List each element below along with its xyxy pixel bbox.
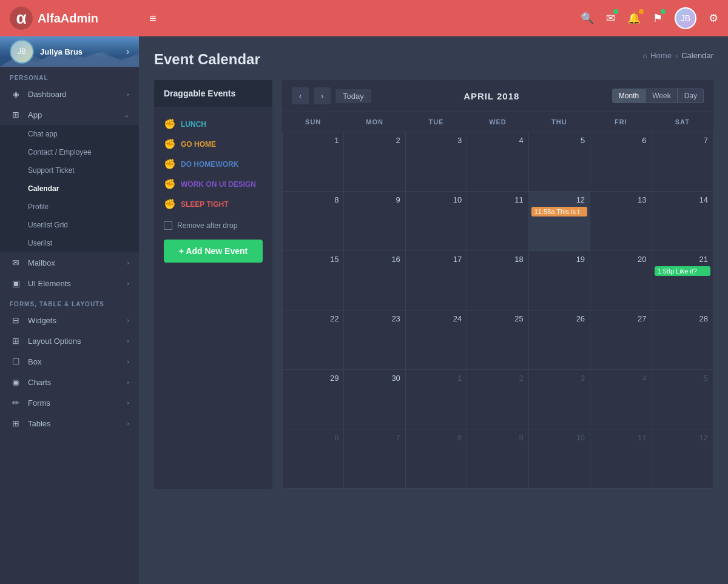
calendar-day[interactable]: 27: [590, 310, 652, 370]
day-number: 11: [470, 194, 525, 206]
calendar-day[interactable]: 26: [528, 310, 590, 370]
day-number: 10: [408, 194, 464, 206]
drag-event-go-home[interactable]: ✊ GO HOME: [159, 134, 268, 154]
calendar-day[interactable]: 10: [528, 429, 590, 489]
sidebar-item-charts[interactable]: ◉ Charts ›: [0, 372, 139, 392]
day-number: 5: [531, 135, 587, 146]
drag-event-do-homework[interactable]: ✊ DO HOMEWORK: [159, 154, 268, 174]
drag-event-work-ui[interactable]: ✊ WORK ON UI DESIGN: [159, 174, 268, 194]
sidebar-item-chat-app[interactable]: Chat app: [0, 125, 139, 143]
sidebar-item-mailbox[interactable]: ✉ Mailbox ›: [0, 252, 139, 273]
day-view-button[interactable]: Day: [678, 89, 704, 103]
settings-icon[interactable]: ⚙: [709, 12, 718, 25]
day-number: 25: [470, 313, 525, 324]
calendar-next-button[interactable]: ›: [314, 87, 331, 104]
day-number: 19: [531, 253, 587, 265]
calendar-prev-button[interactable]: ‹: [292, 87, 309, 104]
calendar-day[interactable]: 24: [405, 310, 467, 370]
calendar-day[interactable]: 5: [652, 370, 713, 429]
calendar-today-button[interactable]: Today: [335, 89, 371, 103]
sidebar-item-label: Mailbox: [28, 258, 55, 267]
user-panel-arrow: ›: [126, 46, 129, 57]
breadcrumb-home[interactable]: Home: [650, 51, 672, 60]
calendar-day[interactable]: 7: [652, 132, 713, 192]
drag-event-sleep-tight[interactable]: ✊ SLEEP TIGHT: [159, 194, 268, 214]
calendar-day[interactable]: 1: [283, 132, 344, 192]
sidebar-item-contact-employee[interactable]: Contact / Employee: [0, 143, 139, 161]
calendar-view-buttons: Month Week Day: [612, 89, 704, 103]
calendar-day[interactable]: 28: [652, 310, 713, 370]
calendar-day[interactable]: 17: [405, 251, 467, 310]
calendar-day[interactable]: 20: [590, 251, 652, 310]
calendar-day[interactable]: 21 1:58p Like it?: [652, 251, 713, 310]
calendar-day[interactable]: 2: [344, 132, 405, 192]
week-view-button[interactable]: Week: [645, 89, 677, 103]
sidebar-item-calendar[interactable]: Calendar: [0, 180, 139, 198]
mail-icon[interactable]: ✉: [606, 12, 615, 25]
sidebar-item-ui-elements[interactable]: ▣ UI Elements ›: [0, 273, 139, 294]
calendar-day[interactable]: 6: [590, 132, 652, 192]
calendar-day[interactable]: 6: [283, 429, 344, 489]
menu-toggle-button[interactable]: ≡: [149, 12, 581, 25]
sidebar-item-layout-options[interactable]: ⊞ Layout Options ›: [0, 331, 139, 351]
day-number: 1: [285, 135, 341, 146]
calendar-day[interactable]: 8: [283, 192, 344, 251]
calendar-day[interactable]: 22: [283, 310, 344, 370]
month-view-button[interactable]: Month: [612, 89, 645, 103]
calendar-day[interactable]: 18: [467, 251, 528, 310]
calendar-day[interactable]: 2: [467, 370, 528, 429]
calendar-day[interactable]: 11: [467, 192, 528, 251]
sidebar-item-widgets[interactable]: ⊟ Widgets ›: [0, 310, 139, 331]
sidebar-item-userlist[interactable]: Userlist: [0, 234, 139, 252]
calendar-day[interactable]: 23: [344, 310, 405, 370]
calendar-event-badge[interactable]: 11:58a This is t: [531, 207, 587, 216]
flag-icon[interactable]: ⚑: [653, 12, 662, 25]
remove-after-drop-option[interactable]: Remove after drop: [159, 216, 268, 235]
calendar-day[interactable]: 16: [344, 251, 405, 310]
calendar-day[interactable]: 7: [344, 429, 405, 489]
calendar-day[interactable]: 29: [283, 370, 344, 429]
user-panel[interactable]: JB Juliya Brus ›: [0, 36, 139, 67]
calendar-day-today[interactable]: 12 11:58a This is t: [528, 192, 590, 251]
drag-event-lunch[interactable]: ✊ LUNCH: [159, 114, 268, 134]
calendar-day[interactable]: 1: [405, 370, 467, 429]
sidebar-item-dashboard[interactable]: ◈ Dashboard ›: [0, 84, 139, 104]
calendar-day[interactable]: 4: [590, 370, 652, 429]
sidebar-item-support-ticket[interactable]: Support Ticket: [0, 161, 139, 180]
day-number: 27: [593, 313, 649, 324]
calendar-day[interactable]: 9: [344, 192, 405, 251]
calendar-day[interactable]: 14: [652, 192, 713, 251]
sidebar-item-userlist-grid[interactable]: Userlist Grid: [0, 216, 139, 234]
calendar-day[interactable]: 11: [590, 429, 652, 489]
remove-checkbox[interactable]: [164, 221, 172, 230]
calendar-day[interactable]: 10: [405, 192, 467, 251]
calendar-day[interactable]: 4: [467, 132, 528, 192]
sidebar-item-box[interactable]: ☐ Box ›: [0, 351, 139, 372]
charts-icon: ◉: [10, 377, 22, 387]
calendar-day[interactable]: 5: [528, 132, 590, 192]
calendar-day[interactable]: 12: [652, 429, 713, 489]
calendar-day[interactable]: 30: [344, 370, 405, 429]
chevron-right-icon: ›: [127, 358, 129, 365]
user-avatar[interactable]: JB: [675, 7, 696, 29]
calendar-day[interactable]: 25: [467, 310, 528, 370]
notifications-icon[interactable]: 🔔: [627, 12, 641, 25]
day-number: 8: [285, 194, 341, 206]
calendar-day[interactable]: 3: [528, 370, 590, 429]
sidebar-item-app[interactable]: ⊞ App ⌄: [0, 104, 139, 125]
events-panel-title: Draggable Events: [164, 89, 235, 98]
calendar-day[interactable]: 19: [528, 251, 590, 310]
day-header-thu: THU: [528, 112, 590, 132]
sidebar-item-forms[interactable]: ✏ Forms ›: [0, 392, 139, 413]
calendar-day[interactable]: 13: [590, 192, 652, 251]
calendar-day[interactable]: 9: [467, 429, 528, 489]
calendar-event-badge[interactable]: 1:58p Like it?: [655, 266, 710, 276]
sidebar-item-tables[interactable]: ⊞ Tables ›: [0, 413, 139, 434]
day-header-wed: WED: [467, 112, 528, 132]
sidebar-item-profile[interactable]: Profile: [0, 198, 139, 216]
calendar-day[interactable]: 3: [405, 132, 467, 192]
calendar-day[interactable]: 8: [405, 429, 467, 489]
add-new-event-button[interactable]: + Add New Event: [164, 240, 263, 263]
search-icon[interactable]: 🔍: [581, 12, 594, 25]
calendar-day[interactable]: 15: [283, 251, 344, 310]
